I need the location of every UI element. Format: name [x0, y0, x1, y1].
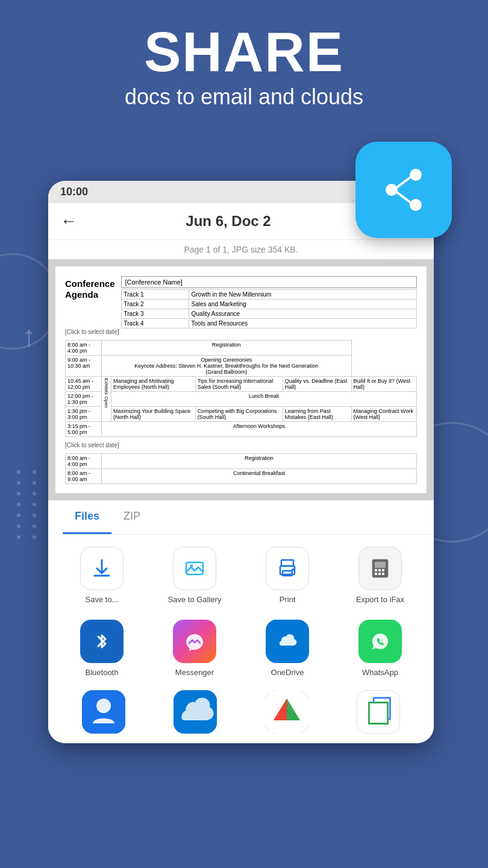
messenger-label: Messenger — [175, 668, 214, 678]
fax-icon — [358, 547, 402, 590]
status-time: 10:00 — [60, 186, 88, 198]
phone-mockup: 10:00 ← Jun 6, Doc 2 🔒 ⌚ Page 1 of 1, JP… — [48, 181, 434, 743]
doc-page: ConferenceAgenda [Conference Name] Track… — [55, 266, 427, 493]
svg-rect-12 — [375, 562, 386, 568]
svg-rect-16 — [375, 573, 377, 575]
svg-rect-18 — [382, 573, 384, 575]
main-subtitle: docs to email and clouds — [0, 84, 488, 110]
svg-rect-14 — [378, 569, 381, 571]
doc-preview: ConferenceAgenda [Conference Name] Track… — [48, 259, 434, 500]
date-selector-2: [Click to select date] — [65, 442, 417, 448]
share-item-whatsapp[interactable]: WhatsApp — [336, 620, 424, 678]
print-icon — [266, 547, 309, 590]
whatsapp-label: WhatsApp — [362, 668, 398, 678]
back-button[interactable]: ← — [60, 212, 77, 231]
svg-point-1 — [386, 184, 398, 196]
share-item-bluetooth[interactable]: Bluetooth — [58, 620, 146, 678]
header-section: SHARE docs to email and clouds — [0, 0, 488, 110]
whatsapp-icon — [358, 620, 402, 663]
bg-arrow-icon: ↑ — [22, 319, 36, 353]
bluetooth-label: Bluetooth — [86, 668, 119, 678]
share-item-partial-4[interactable] — [333, 690, 424, 734]
date-selector-1: [Click to select date] — [65, 329, 417, 335]
share-item-save-to[interactable]: Save to... — [58, 547, 146, 605]
share-tabs: Files ZIP — [48, 500, 434, 535]
share-grid-row1: Save to... Save to Gallery — [48, 535, 434, 617]
onedrive-label: OneDrive — [271, 668, 304, 678]
share-item-ifax[interactable]: Export to iFax — [336, 547, 424, 605]
share-icon — [377, 163, 431, 217]
share-item-messenger[interactable]: Messenger — [151, 620, 239, 678]
svg-point-6 — [190, 565, 193, 568]
svg-rect-15 — [382, 569, 384, 571]
print-label: Print — [280, 595, 296, 605]
svg-point-0 — [410, 169, 422, 181]
conference-table: Track 1Growth in the New Millennium Trac… — [121, 289, 417, 329]
agenda-table-2: 8:00 am - 4:00 pm Registration 8:00 am -… — [65, 453, 417, 484]
share-item-partial-1[interactable] — [58, 690, 149, 734]
share-item-partial-3[interactable] — [241, 690, 333, 734]
ifax-label: Export to iFax — [356, 595, 404, 605]
svg-line-4 — [398, 193, 410, 202]
share-item-onedrive[interactable]: OneDrive — [243, 620, 331, 678]
save-to-icon — [80, 547, 124, 590]
svg-rect-13 — [375, 569, 377, 571]
svg-point-2 — [410, 199, 422, 211]
svg-rect-9 — [283, 571, 292, 576]
share-grid-row3 — [48, 690, 434, 743]
gallery-icon — [173, 547, 216, 590]
tab-files[interactable]: Files — [63, 500, 111, 534]
share-item-gallery[interactable]: Save to Gallery — [151, 547, 239, 605]
svg-line-3 — [398, 178, 410, 187]
doc-info: Page 1 of 1, JPG size 354 KB. — [48, 240, 434, 259]
doc-title: Jun 6, Doc 2 — [87, 213, 370, 230]
tab-zip[interactable]: ZIP — [111, 500, 152, 534]
share-grid-row2: Bluetooth Messe — [48, 617, 434, 690]
share-item-print[interactable]: Print — [243, 547, 331, 605]
main-title: SHARE — [0, 24, 488, 80]
share-item-partial-2[interactable] — [149, 690, 241, 734]
share-icon-bubble — [355, 142, 452, 238]
gallery-label: Save to Gallery — [168, 595, 222, 605]
share-sheet: Files ZIP Save to... — [48, 500, 434, 743]
svg-rect-7 — [281, 560, 293, 566]
svg-point-10 — [292, 568, 294, 571]
messenger-icon — [173, 620, 216, 663]
svg-point-20 — [96, 699, 111, 713]
conference-name-box: [Conference Name] — [121, 276, 417, 288]
save-to-label: Save to... — [86, 595, 119, 605]
doc-page-info: Page 1 of 1, JPG size 354 KB. — [184, 245, 298, 254]
agenda-table-1: 8:00 am - 4:00 pm Registration 9:00 am -… — [65, 340, 417, 437]
svg-rect-17 — [378, 573, 381, 575]
bluetooth-icon — [80, 620, 124, 663]
onedrive-icon — [266, 620, 309, 663]
svg-rect-5 — [186, 562, 203, 574]
